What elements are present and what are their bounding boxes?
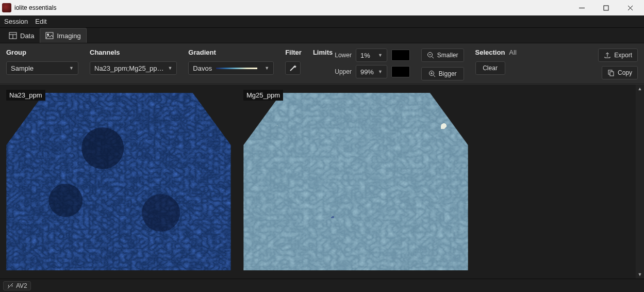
wand-icon <box>289 64 297 72</box>
status-item-label: AV2 <box>16 282 27 289</box>
export-icon <box>604 52 611 59</box>
image-icon <box>45 31 54 40</box>
bigger-button[interactable]: Bigger <box>421 67 464 80</box>
limits-upper-label: Upper <box>335 68 352 75</box>
tab-imaging[interactable]: Imaging <box>40 28 86 43</box>
channels-select[interactable]: Na23_ppm;Mg25_pp… ▼ <box>90 61 177 75</box>
table-icon <box>9 31 17 40</box>
svg-point-25 <box>142 194 180 232</box>
svg-line-11 <box>432 57 434 59</box>
selection-label: Selection <box>475 48 505 56</box>
tab-data[interactable]: Data <box>3 28 40 43</box>
smaller-button[interactable]: Smaller <box>421 48 464 62</box>
limits-upper-value: 99% <box>360 68 374 76</box>
limits-label: Limits <box>313 48 333 56</box>
group-value: Sample <box>11 64 34 72</box>
svg-point-23 <box>81 127 124 169</box>
scroll-down-icon[interactable]: ▼ <box>636 270 644 279</box>
app-icon <box>2 3 11 12</box>
image-panel-right[interactable]: Mg25_ppm <box>237 85 474 279</box>
svg-point-8 <box>47 34 49 36</box>
menu-edit[interactable]: Edit <box>35 18 46 25</box>
gradient-select[interactable]: Davos ▼ <box>188 61 274 75</box>
svg-rect-22 <box>2 88 235 275</box>
limits-lower-swatch[interactable] <box>391 50 410 61</box>
limits-lower-label: Lower <box>335 52 352 59</box>
clear-button[interactable]: Clear <box>475 61 505 75</box>
window-minimize-button[interactable] <box>570 1 593 15</box>
image-right <box>239 88 472 275</box>
vertical-scrollbar[interactable]: ▲ ▼ <box>636 85 644 279</box>
limits-lower-value: 1% <box>360 52 370 59</box>
limits-upper-select[interactable]: 99% ▼ <box>356 65 387 78</box>
export-button[interactable]: Export <box>598 48 638 62</box>
export-label: Export <box>614 52 632 59</box>
clear-label: Clear <box>483 64 498 72</box>
chevron-down-icon: ▼ <box>265 66 269 71</box>
copy-button[interactable]: Copy <box>602 66 638 79</box>
gradient-preview <box>216 68 257 69</box>
scroll-up-icon[interactable]: ▲ <box>636 85 644 93</box>
chevron-down-icon: ▼ <box>378 53 383 58</box>
chevron-down-icon: ▼ <box>378 69 383 74</box>
gradient-label: Gradient <box>188 48 274 56</box>
svg-rect-18 <box>610 72 614 76</box>
zoom-in-icon <box>428 70 436 77</box>
filter-label: Filter <box>285 48 302 56</box>
svg-line-14 <box>433 75 435 77</box>
svg-line-9 <box>290 67 294 71</box>
group-label: Group <box>6 48 78 56</box>
chevron-down-icon: ▼ <box>69 66 74 71</box>
copy-icon <box>607 69 615 76</box>
link-off-icon <box>7 282 14 289</box>
channels-value: Na23_ppm;Mg25_pp… <box>94 64 163 72</box>
svg-rect-0 <box>579 8 585 8</box>
svg-point-24 <box>48 184 82 217</box>
image-left-label: Na23_ppm <box>6 90 45 101</box>
smaller-label: Smaller <box>437 52 458 59</box>
limits-lower-select[interactable]: 1% ▼ <box>356 48 387 62</box>
menu-session[interactable]: Session <box>4 18 28 25</box>
gradient-value: Davos <box>193 64 212 72</box>
filter-button[interactable] <box>285 61 301 75</box>
copy-label: Copy <box>618 69 632 76</box>
svg-rect-1 <box>604 6 608 10</box>
chevron-down-icon: ▼ <box>168 66 172 71</box>
limits-upper-swatch[interactable] <box>391 66 410 77</box>
channels-label: Channels <box>90 48 177 56</box>
image-left <box>2 88 235 275</box>
tab-data-label: Data <box>20 32 34 40</box>
window-close-button[interactable] <box>619 1 642 15</box>
window-maximize-button[interactable] <box>595 1 618 15</box>
image-panel-left[interactable]: Na23_ppm <box>0 85 237 279</box>
svg-rect-30 <box>239 88 472 275</box>
image-right-label: Mg25_ppm <box>243 90 283 101</box>
window-title: iolite essentials <box>14 4 570 11</box>
selection-value: All <box>509 48 516 56</box>
zoom-out-icon <box>427 52 434 59</box>
status-item-av2[interactable]: AV2 <box>3 281 31 290</box>
tab-imaging-label: Imaging <box>57 32 80 40</box>
group-select[interactable]: Sample ▼ <box>6 61 78 75</box>
bigger-label: Bigger <box>439 70 457 77</box>
